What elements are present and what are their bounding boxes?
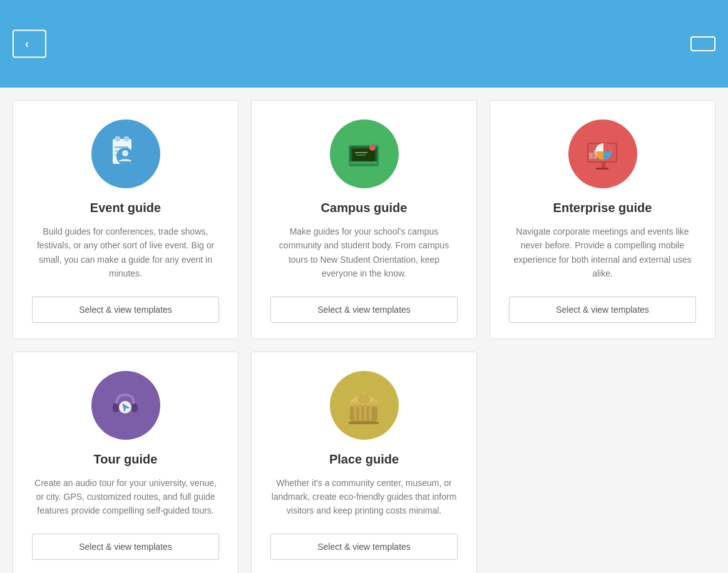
svg-rect-24 — [131, 403, 138, 412]
back-to-dashboard-button[interactable] — [13, 30, 46, 58]
event-description: Build guides for conferences, trade show… — [32, 225, 219, 281]
campus-select-button[interactable]: Select & view templates — [270, 297, 458, 323]
header — [0, 0, 728, 88]
enterprise-description: Navigate corporate meetings and events l… — [509, 225, 696, 281]
svg-rect-23 — [113, 403, 119, 412]
event-select-button[interactable]: Select & view templates — [32, 297, 219, 323]
svg-rect-15 — [350, 161, 377, 164]
card-enterprise: Enterprise guideNavigate corporate meeti… — [490, 100, 715, 339]
enterprise-select-button[interactable]: Select & view templates — [509, 297, 696, 323]
tour-select-button[interactable]: Select & view templates — [32, 534, 219, 560]
svg-point-7 — [122, 150, 128, 156]
svg-rect-21 — [589, 153, 593, 159]
card-tour: Tour guideCreate an audio tour for your … — [13, 352, 238, 573]
svg-rect-31 — [369, 403, 372, 421]
card-campus: Campus guideMake guides for your school'… — [251, 100, 477, 339]
campus-description: Make guides for your school's campus com… — [270, 225, 458, 281]
main-content: Event guideBuild guides for conferences,… — [0, 88, 728, 573]
svg-point-34 — [357, 393, 370, 403]
place-description: Whether it's a community center, museum,… — [270, 476, 458, 518]
place-select-button[interactable]: Select & view templates — [270, 534, 458, 560]
svg-rect-36 — [349, 422, 379, 424]
tour-title: Tour guide — [94, 452, 158, 467]
tour-icon — [91, 371, 160, 440]
enterprise-icon — [568, 119, 637, 188]
campus-title: Campus guide — [321, 201, 408, 215]
svg-rect-29 — [359, 403, 362, 421]
svg-rect-30 — [364, 403, 367, 421]
svg-rect-1 — [115, 136, 120, 141]
tour-description: Create an audio tour for your university… — [32, 476, 219, 518]
bottom-cards-grid: Tour guideCreate an audio tour for your … — [13, 352, 715, 573]
event-title: Event guide — [90, 201, 161, 215]
svg-point-14 — [369, 145, 376, 151]
svg-rect-28 — [354, 403, 357, 421]
campus-icon — [330, 119, 399, 188]
event-icon — [91, 119, 160, 188]
svg-rect-20 — [596, 168, 608, 170]
place-title: Place guide — [329, 452, 399, 467]
top-cards-grid: Event guideBuild guides for conferences,… — [13, 100, 715, 339]
place-icon — [330, 371, 399, 440]
svg-rect-2 — [124, 136, 129, 141]
enterprise-title: Enterprise guide — [553, 201, 652, 215]
start-from-saved-template-button[interactable] — [690, 36, 715, 51]
chevron-left-icon — [25, 38, 29, 51]
card-place: Place guideWhether it's a community cent… — [251, 352, 477, 573]
svg-rect-22 — [593, 150, 597, 159]
card-event: Event guideBuild guides for conferences,… — [13, 100, 238, 339]
